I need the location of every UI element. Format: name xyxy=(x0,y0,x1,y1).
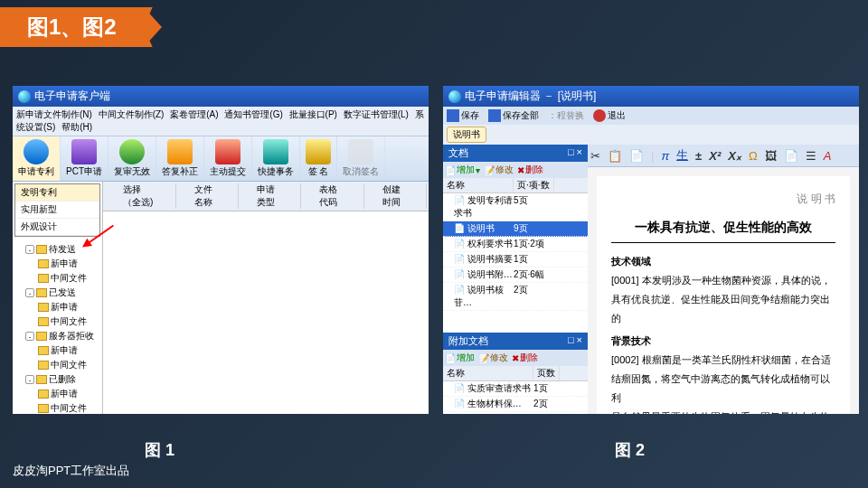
dropdown-option[interactable]: 外观设计 xyxy=(15,219,99,236)
tree-node[interactable]: 中间文件 xyxy=(14,358,100,372)
attachments-grid[interactable]: 名称页数📄 实质审查请求书1页📄 生物材料保…2页📄 生物材料存…📄 寄存和或活… xyxy=(443,366,588,414)
grid-row[interactable]: 📄 权利要求书1页·2项 xyxy=(443,237,588,252)
column-headers: 选择（全选) 文件名称 申请类型 表格代码 创建时间 xyxy=(103,182,429,211)
font-icon[interactable]: A xyxy=(824,149,832,163)
editor-body: 文档□ × 📄增加▾ 📝修改 ✖删除 名称页·项·数 📄 发明专利请求书5页📄 … xyxy=(443,145,859,414)
grid-row[interactable]: 📄 说明书9页 xyxy=(443,221,588,237)
menu-item[interactable]: 数字证书管理(L) xyxy=(344,109,409,119)
tree-node[interactable]: 新申请 xyxy=(14,300,100,314)
figure-2-screenshot: 电子申请编辑器 － [说明书] 保存 保存全部 ：程替换 退出 说明书 文档□ … xyxy=(443,86,859,414)
doc-type-label: 说 明 书 xyxy=(611,189,835,210)
app-icon xyxy=(448,90,461,103)
menu-bar[interactable]: 新申请文件制作(N) 中间文件制作(Z) 案卷管理(A) 通知书管理(G) 批量… xyxy=(13,107,429,136)
toolbar-reply-button[interactable]: 答复补正 xyxy=(156,136,204,181)
plusminus-icon[interactable]: ± xyxy=(695,149,702,163)
window-controls[interactable]: □ × xyxy=(568,146,582,160)
toolbar-sign-button[interactable]: 签 名 xyxy=(300,136,337,181)
cut-icon[interactable]: ✂ xyxy=(590,149,600,163)
menu-item[interactable]: 批量接口(P) xyxy=(289,109,337,119)
superscript-icon[interactable]: X² xyxy=(709,149,721,163)
menu-item[interactable]: 案卷管理(A) xyxy=(170,109,218,119)
tree-node[interactable]: 新申请 xyxy=(14,257,100,271)
toolbar-unsign-button[interactable]: 取消签名 xyxy=(337,136,385,181)
content-pane: 选择（全选) 文件名称 申请类型 表格代码 创建时间 xyxy=(103,182,429,414)
window-titlebar: 电子申请客户端 xyxy=(13,86,429,107)
column-header[interactable]: 文件名称 xyxy=(176,183,239,209)
attachments-toolbar: 📄增加 📝修改 ✖删除 xyxy=(443,350,588,366)
column-header[interactable]: 申请类型 xyxy=(239,183,301,209)
omega-icon[interactable]: Ω xyxy=(749,149,758,163)
grid-header: 名称页数 xyxy=(443,366,588,381)
grid-row[interactable]: 📄 发明专利请求书5页 xyxy=(443,193,588,221)
tree-node[interactable]: 新申请 xyxy=(14,387,100,401)
grid-header: 名称页·项·数 xyxy=(443,178,588,193)
tree-nodes: -待发送新申请中间文件-已发送新申请中间文件-服务器拒收新申请中间文件-已删除新… xyxy=(13,239,102,414)
pi-icon[interactable]: π xyxy=(661,149,669,163)
delete-button[interactable]: ✖删除 xyxy=(517,164,543,176)
column-header[interactable]: 选择（全选) xyxy=(105,183,176,209)
tree-node[interactable]: -已删除 xyxy=(14,372,100,387)
paragraph: 具有优良抗逆、促生性能及田间竞争结瘤能力突出的 xyxy=(611,290,835,328)
document-viewport[interactable]: 说 明 书 一株具有抗逆、促生性能的高效 技术领域 [0001] 本发明涉及一种… xyxy=(588,167,859,414)
save-button[interactable]: 保存 xyxy=(447,109,479,122)
patent-type-dropdown[interactable]: 发明专利 实用新型 外观设计 xyxy=(14,183,100,237)
window-controls[interactable]: □ × xyxy=(568,334,582,348)
tree-node[interactable]: 中间文件 xyxy=(14,314,100,329)
dropdown-option[interactable]: 实用新型 xyxy=(15,202,99,219)
modify-button[interactable]: 📝修改 xyxy=(478,352,508,364)
slide-title-banner: 图1、图2 xyxy=(0,7,144,47)
toolbar-review-button[interactable]: 复审无效 xyxy=(108,136,156,181)
copy-icon[interactable]: 📋 xyxy=(608,149,622,163)
figure-1-screenshot: 电子申请客户端 新申请文件制作(N) 中间文件制作(Z) 案卷管理(A) 通知书… xyxy=(13,86,429,414)
add-button[interactable]: 📄增加▾ xyxy=(445,164,480,176)
toolbar-pct-button[interactable]: PCT申请 xyxy=(61,136,108,181)
subscript-icon[interactable]: Xₓ xyxy=(728,149,741,163)
modify-button[interactable]: 📝修改 xyxy=(484,164,514,176)
dropdown-option[interactable]: 发明专利 xyxy=(15,184,99,202)
list-icon[interactable]: ☰ xyxy=(806,149,816,163)
tree-node[interactable]: 中间文件 xyxy=(14,271,100,286)
column-header[interactable]: 表格代码 xyxy=(301,183,363,209)
file-toolbar: 保存 保存全部 ：程替换 退出 xyxy=(443,107,859,125)
menu-item[interactable]: 新申请文件制作(N) xyxy=(16,109,92,119)
editor-area: ✂ 📋 📄 | π 生 ± X² Xₓ Ω 🖼 📄 ☰ A 说 明 书 一株具有… xyxy=(588,145,859,414)
save-all-button[interactable]: 保存全部 xyxy=(488,109,539,122)
add-button[interactable]: 📄增加 xyxy=(445,352,475,364)
replace-button[interactable]: ：程替换 xyxy=(548,109,584,122)
toolbar-quick-button[interactable]: 快捷事务 xyxy=(252,136,300,181)
main-body: 发明专利 实用新型 外观设计 -待发送新申请中间文件-已发送新申请中间文件-服务… xyxy=(13,182,429,414)
tree-node[interactable]: -已发送 xyxy=(14,286,100,300)
menu-item[interactable]: 中间文件制作(Z) xyxy=(99,109,165,119)
window-title: 电子申请客户端 xyxy=(34,89,110,104)
biology-icon[interactable]: 生 xyxy=(676,147,688,164)
grid-row[interactable]: 📄 生物材料保…2页 xyxy=(443,397,588,412)
grid-row[interactable]: 📄 说明书附…2页·6幅 xyxy=(443,267,588,283)
menu-item[interactable]: 通知书管理(G) xyxy=(224,109,282,119)
save-all-icon xyxy=(488,109,501,122)
grid-row[interactable]: 📄 生物材料存… xyxy=(443,412,588,414)
sign-icon xyxy=(306,139,331,164)
tree-node[interactable]: 中间文件 xyxy=(14,401,100,414)
grid-row[interactable]: 📄 说明书核苷…2页 xyxy=(443,283,588,311)
doc-icon[interactable]: 📄 xyxy=(784,149,798,163)
column-header[interactable]: 创建时间 xyxy=(364,183,427,209)
paragraph: 结瘤固氮，将空气中游离态的氮气转化成植物可以利 xyxy=(611,370,835,408)
active-tab[interactable]: 说明书 xyxy=(447,127,486,143)
grid-row[interactable]: 📄 说明书摘要1页 xyxy=(443,252,588,267)
delete-button[interactable]: ✖删除 xyxy=(512,352,538,364)
navigation-tree[interactable]: 发明专利 实用新型 外观设计 -待发送新申请中间文件-已发送新申请中间文件-服务… xyxy=(13,182,103,414)
review-icon xyxy=(119,139,145,164)
documents-panel-header: 文档□ × xyxy=(443,145,588,162)
toolbar-submit-button[interactable]: 主动提交 xyxy=(204,136,252,181)
menu-item[interactable]: 帮助(H) xyxy=(61,122,92,132)
grid-row[interactable]: 📄 实质审查请求书1页 xyxy=(443,381,588,397)
window-title: 电子申请编辑器 － [说明书] xyxy=(465,89,596,104)
paste-icon[interactable]: 📄 xyxy=(629,149,644,163)
exit-button[interactable]: 退出 xyxy=(593,109,626,122)
tree-node[interactable]: -服务器拒收 xyxy=(14,329,100,343)
image-icon[interactable]: 🖼 xyxy=(765,149,777,163)
section-heading: 技术领域 xyxy=(611,252,835,271)
toolbar-apply-patent-button[interactable]: 申请专利 xyxy=(13,136,61,181)
documents-grid[interactable]: 名称页·项·数 📄 发明专利请求书5页📄 说明书9页📄 权利要求书1页·2项📄 … xyxy=(443,178,588,311)
tree-node[interactable]: 新申请 xyxy=(14,343,100,358)
